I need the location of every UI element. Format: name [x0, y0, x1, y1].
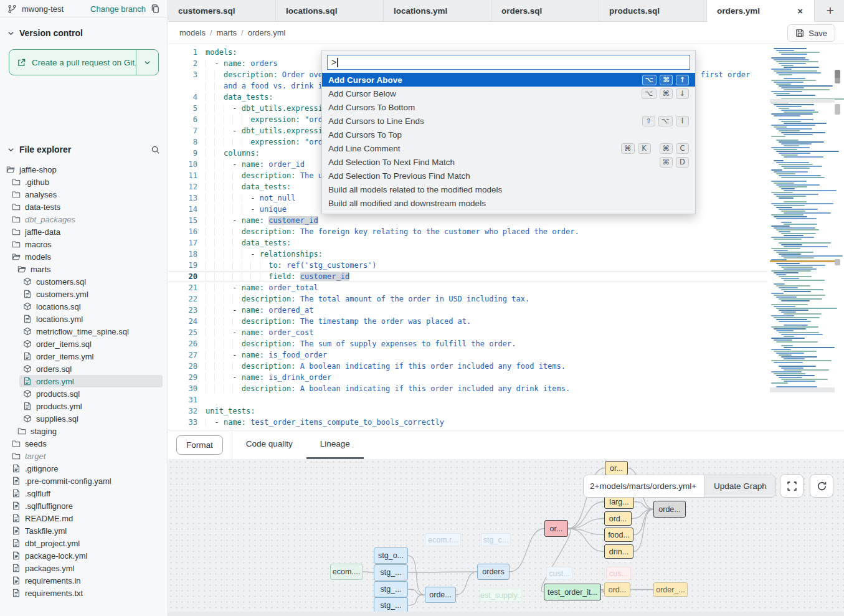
lineage-node-stg_c[interactable]: stg_c... [481, 533, 511, 546]
file-item-customers.sql[interactable]: customers.sql [0, 275, 168, 288]
file-item-models[interactable]: models [0, 250, 168, 263]
lineage-node-stg_o[interactable]: stg_o... [374, 547, 408, 564]
lineage-node-ecom[interactable]: ecom.... [330, 564, 363, 580]
file-item-.pre-commit-config.yaml[interactable]: .pre-commit-config.yaml [0, 475, 168, 487]
palette-item[interactable]: Add Selection To Previous Find Match [322, 169, 695, 182]
version-control-header[interactable]: Version control [0, 18, 168, 43]
breadcrumb-item-marts[interactable]: marts [217, 28, 237, 37]
lineage-node-food[interactable]: food... [604, 528, 633, 542]
file-item-order_items.sql[interactable]: order_items.sql [0, 338, 168, 350]
new-tab-button[interactable]: + [817, 3, 844, 18]
file-item-Taskfile.yml[interactable]: Taskfile.yml [0, 524, 168, 537]
breadcrumb-item-models[interactable]: models [179, 28, 206, 37]
file-item-.sqlfluffignore[interactable]: .sqlfluffignore [0, 500, 168, 512]
file-item-marts[interactable]: marts [0, 263, 168, 275]
file-item-products.sql[interactable]: products.sql [0, 387, 168, 400]
tab-orders.sql[interactable]: orders.sql [491, 0, 599, 22]
file-item-supplies.sql[interactable]: supplies.sql [0, 412, 168, 425]
code-line[interactable]: 31 [168, 394, 767, 405]
save-button[interactable]: Save [787, 24, 835, 42]
palette-item[interactable]: Add Cursor Above⌥⌘↑ [322, 73, 695, 87]
copy-icon[interactable] [151, 4, 160, 14]
code-line[interactable]: 28 description: A boolean indicating if … [168, 361, 767, 372]
minimap[interactable] [769, 44, 844, 430]
code-line[interactable]: 21 - name: order_total [168, 282, 767, 293]
file-item-data-tests[interactable]: data-tests [0, 201, 168, 213]
lineage-node-stg_[interactable]: stg_... [374, 581, 408, 597]
create-pr-button[interactable]: Create a pull request on Git... [9, 49, 159, 75]
lineage-node-stg_[interactable]: stg_... [374, 564, 408, 580]
file-item-.sqlfluff[interactable]: .sqlfluff [0, 487, 168, 500]
palette-item[interactable]: Add Selection To Next Find Match⌘D [322, 155, 695, 169]
file-item-orders.sql[interactable]: orders.sql [0, 362, 168, 375]
lineage-node-or[interactable]: or... [544, 520, 568, 537]
code-line[interactable]: 23 - name: ordered_at [168, 305, 767, 316]
tab-locations.sql[interactable]: locations.sql [276, 0, 384, 22]
lineage-node-drin[interactable]: drin... [604, 544, 633, 559]
file-item-order_items.yml[interactable]: order_items.yml [0, 350, 168, 362]
file-item-customers.yml[interactable]: customers.yml [0, 288, 168, 300]
code-line[interactable]: 32unit_tests: [168, 405, 767, 417]
lineage-graph[interactable]: ecom....stg_o...stg_...stg_...stg_...ord… [168, 459, 844, 616]
file-item-macros[interactable]: macros [0, 238, 168, 250]
code-line[interactable]: 25 - name: order_cost [168, 327, 767, 338]
palette-item[interactable]: Add Cursors to Line Ends⇧⌥I [322, 114, 695, 128]
lineage-node-cust[interactable]: cust... [546, 567, 572, 580]
file-item-README.md[interactable]: README.md [0, 512, 168, 524]
file-item-dbt_packages[interactable]: dbt_packages [0, 213, 168, 225]
file-item-metricflow_time_spine.sql[interactable]: metricflow_time_spine.sql [0, 325, 168, 338]
search-icon[interactable] [151, 145, 160, 154]
palette-item[interactable]: Add Line Comment⌘K⌘C [322, 141, 695, 155]
minimap-scrollbar-thumb[interactable] [835, 259, 840, 265]
minimap-scrollbar-thumb[interactable] [835, 104, 840, 115]
bottom-tab-code-quality[interactable]: Code quality [232, 430, 306, 459]
palette-item[interactable]: Build all models related to the modified… [322, 182, 695, 196]
horizontal-scrollbar[interactable] [168, 612, 844, 616]
lineage-node-test_order_it[interactable]: test_order_it... [544, 584, 601, 600]
file-item-.gitignore[interactable]: .gitignore [0, 462, 168, 475]
lineage-node-ord[interactable]: ord... [604, 511, 632, 526]
code-line[interactable]: 22 description: The total amount of the … [168, 293, 767, 305]
lineage-node-orders[interactable]: orders [477, 564, 510, 580]
tab-orders.yml[interactable]: orders.yml× [707, 0, 815, 22]
file-item-staging[interactable]: staging [0, 425, 168, 437]
file-item-target[interactable]: target [0, 450, 168, 462]
file-item-orders.yml[interactable]: orders.yml [0, 375, 168, 387]
lineage-node-orde[interactable]: orde... [425, 587, 456, 603]
lineage-node-cus[interactable]: cus... [606, 567, 631, 580]
code-line[interactable]: 18 - relationships: [168, 249, 767, 260]
fullscreen-button[interactable] [780, 474, 804, 498]
palette-item[interactable]: Add Cursor Below⌥⌘↓ [322, 87, 695, 100]
code-line[interactable]: 30 description: A boolean indicating if … [168, 383, 767, 394]
file-item-package-lock.yml[interactable]: package-lock.yml [0, 549, 168, 562]
close-tab-icon[interactable]: × [796, 6, 804, 16]
lineage-node-test_supply[interactable]: test_supply... [480, 589, 522, 602]
bottom-tab-lineage[interactable]: Lineage [306, 430, 364, 459]
tab-customers.sql[interactable]: customers.sql [168, 0, 276, 22]
code-line[interactable]: 26 description: The sum of supply expens… [168, 338, 767, 349]
file-item-jaffle-data[interactable]: jaffle-data [0, 225, 168, 238]
file-item-seeds[interactable]: seeds [0, 437, 168, 450]
palette-item[interactable]: Add Cursors To Top [322, 128, 695, 141]
palette-item[interactable]: Build all modified and downstream models [322, 196, 695, 210]
palette-item[interactable]: Add Cursors To Bottom [322, 100, 695, 114]
minimap-scrollbar-thumb[interactable] [835, 78, 840, 83]
code-line[interactable]: 17 data_tests: [168, 237, 767, 249]
format-button[interactable]: Format [176, 435, 223, 455]
code-line[interactable]: 16 description: The foreign key relating… [168, 226, 767, 237]
file-item-packages.yml[interactable]: packages.yml [0, 562, 168, 574]
code-line[interactable]: 20 field: customer_id [168, 271, 767, 282]
lineage-node-ecomr[interactable]: ecom.r... [425, 533, 461, 546]
refresh-button[interactable] [810, 474, 833, 498]
tab-products.sql[interactable]: products.sql [599, 0, 707, 22]
update-graph-button[interactable]: Update Graph [704, 475, 775, 497]
command-palette-input[interactable]: > [327, 55, 690, 70]
code-line[interactable]: 24 description: The timestamp the order … [168, 316, 767, 327]
tab-locations.yml[interactable]: locations.yml [384, 0, 491, 22]
code-line[interactable]: 29 - name: is_drink_order [168, 372, 767, 383]
lineage-selector-input[interactable] [584, 475, 704, 497]
file-item-dbt_project.yml[interactable]: dbt_project.yml [0, 537, 168, 549]
code-line[interactable]: 15 - name: customer_id [168, 215, 767, 226]
lineage-node-or[interactable]: or... [605, 461, 628, 475]
file-item-requirements.in[interactable]: requirements.in [0, 574, 168, 587]
